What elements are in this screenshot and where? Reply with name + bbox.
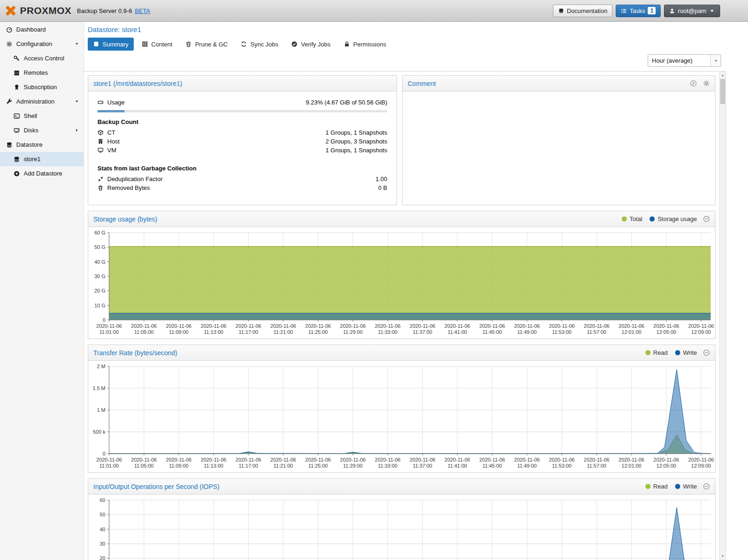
lock-icon: [344, 41, 350, 47]
svg-text:12:01:00: 12:01:00: [622, 463, 642, 469]
user-menu-button[interactable]: root@pam: [664, 5, 720, 17]
edit-circle-icon[interactable]: [690, 80, 697, 87]
legend-read[interactable]: Read: [645, 349, 668, 356]
legend-total[interactable]: Total: [622, 215, 642, 222]
sidebar-item-access-control[interactable]: Access Control: [0, 51, 84, 65]
svg-text:30 G: 30 G: [94, 273, 105, 279]
time-range-select[interactable]: Hour (average): [648, 54, 721, 67]
svg-text:30: 30: [100, 541, 105, 547]
svg-text:11:45:00: 11:45:00: [482, 463, 502, 469]
legend-read[interactable]: Read: [645, 483, 668, 490]
legend-dot: [675, 484, 680, 489]
tasks-button[interactable]: Tasks 1: [616, 5, 661, 17]
legend-label: Total: [630, 215, 642, 222]
sidebar-item-shell[interactable]: Shell: [0, 109, 84, 123]
svg-text:11:25:00: 11:25:00: [308, 329, 328, 335]
collapse-chart-icon[interactable]: [703, 349, 710, 356]
sidebar-item-subscription[interactable]: Subscription: [0, 80, 84, 94]
svg-text:12:09:00: 12:09:00: [691, 463, 711, 469]
comment-body[interactable]: [403, 91, 715, 205]
tab-verify-jobs[interactable]: Verify Jobs: [286, 38, 336, 51]
legend-label: Storage usage: [657, 215, 697, 222]
svg-text:20: 20: [100, 555, 105, 560]
documentation-button[interactable]: Documentation: [553, 5, 612, 17]
tasks-badge: 1: [648, 7, 656, 14]
page-title: Datastore: store1: [88, 25, 744, 34]
legend-write[interactable]: Write: [675, 349, 697, 356]
chart-panel-input-output-operations-per-second-iops: Input/Output Operations per Second (IOPS…: [88, 478, 715, 560]
sidebar-item-disks[interactable]: Disks: [0, 123, 84, 137]
legend-storage-usage[interactable]: Storage usage: [650, 215, 697, 222]
svg-text:12:05:00: 12:05:00: [657, 463, 676, 469]
svg-text:11:29:00: 11:29:00: [343, 329, 363, 335]
chart-title: Transfer Rate (bytes/second): [93, 349, 177, 357]
topbar-buttons: Documentation Tasks 1 root@pam: [553, 5, 720, 17]
svg-text:2020-11-06: 2020-11-06: [96, 323, 122, 329]
combo-trigger[interactable]: [710, 55, 721, 66]
tab-prune-gc[interactable]: Prune & GC: [180, 38, 233, 51]
sidebar-item-store1[interactable]: store1: [0, 152, 84, 166]
tab-summary[interactable]: Summary: [88, 38, 134, 51]
svg-text:0: 0: [103, 451, 105, 456]
sidebar-item-remotes[interactable]: Remotes: [0, 65, 84, 80]
scroll-up-button[interactable]: ▲: [720, 72, 726, 78]
gears-icon[interactable]: [703, 80, 710, 87]
collapse-chart-icon[interactable]: [703, 215, 710, 222]
compress-icon: [98, 176, 104, 182]
store-panel-title: store1 (/mnt/datastores/store1): [93, 80, 182, 87]
main-area: Datastore: store1 SummaryContentPrune & …: [84, 22, 748, 560]
tab-sync-jobs[interactable]: Sync Jobs: [235, 38, 283, 51]
chart-svg: 0500 k1 M1.5 M2 M2020-11-0611:01:002020-…: [88, 361, 714, 472]
tab-label: Verify Jobs: [301, 41, 331, 48]
grid-icon: [142, 41, 148, 47]
plus-circle-icon: [13, 170, 20, 177]
svg-text:2020-11-06: 2020-11-06: [305, 457, 331, 462]
content-scroll-area: store1 (/mnt/datastores/store1) Usage 9.…: [84, 71, 719, 560]
circle-minus-icon: [703, 215, 710, 222]
collapse-chart-icon[interactable]: [703, 483, 710, 490]
svg-text:11:57:00: 11:57:00: [587, 463, 606, 469]
svg-text:2020-11-06: 2020-11-06: [201, 457, 226, 462]
legend-dot: [650, 216, 655, 221]
svg-text:11:05:00: 11:05:00: [134, 463, 154, 469]
sidebar-item-configuration[interactable]: Configuration: [0, 37, 84, 51]
proxmox-logo: PROXMOX: [5, 5, 72, 17]
tab-label: Prune & GC: [195, 41, 228, 48]
svg-text:2020-11-06: 2020-11-06: [653, 323, 679, 329]
info-row-removed-bytes: Removed Bytes0 B: [98, 183, 387, 192]
sidebar-item-dashboard[interactable]: Dashboard: [0, 22, 84, 37]
comment-tools: [684, 80, 710, 87]
legend-write[interactable]: Write: [675, 483, 697, 490]
sidebar-item-add-datastore[interactable]: Add Datastore: [0, 166, 84, 181]
info-row-vm: VM1 Groups, 1 Snapshots: [98, 146, 387, 155]
svg-text:2020-11-06: 2020-11-06: [688, 323, 714, 329]
chart-panel-transfer-rate-bytes-second: Transfer Rate (bytes/second)ReadWrite050…: [88, 345, 715, 473]
sidebar-item-label: Datastore: [16, 141, 42, 148]
documentation-label: Documentation: [567, 7, 607, 14]
svg-text:60: 60: [100, 497, 105, 503]
gears-icon: [703, 80, 710, 87]
sidebar-item-label: Dashboard: [16, 26, 46, 33]
svg-text:12:01:00: 12:01:00: [622, 329, 642, 335]
tab-permissions[interactable]: Permissions: [338, 38, 391, 51]
building-icon: [98, 138, 104, 144]
hdd-icon: [98, 99, 104, 105]
sync-icon: [241, 41, 247, 47]
scrollbar-thumb[interactable]: [720, 79, 725, 104]
sidebar-item-administration[interactable]: Administration: [0, 94, 84, 109]
svg-text:11:25:00: 11:25:00: [308, 463, 328, 469]
tab-content[interactable]: Content: [137, 38, 178, 51]
desktop-icon: [98, 147, 104, 153]
svg-text:10 G: 10 G: [94, 303, 105, 308]
database-icon: [6, 142, 13, 148]
legend-dot: [645, 484, 650, 489]
svg-text:11:21:00: 11:21:00: [273, 463, 293, 469]
backup-count-rows: CT1 Groups, 1 SnapshotsHost2 Groups, 3 S…: [98, 128, 387, 155]
info-value: 1 Groups, 1 Snapshots: [325, 147, 387, 154]
beta-link[interactable]: BETA: [135, 7, 150, 14]
svg-text:2020-11-06: 2020-11-06: [514, 323, 540, 329]
scroll-down-button[interactable]: ▼: [720, 553, 726, 560]
sidebar-item-datastore[interactable]: Datastore: [0, 137, 84, 152]
vertical-scrollbar[interactable]: ▲ ▼: [719, 71, 726, 560]
svg-text:500 k: 500 k: [93, 429, 105, 435]
